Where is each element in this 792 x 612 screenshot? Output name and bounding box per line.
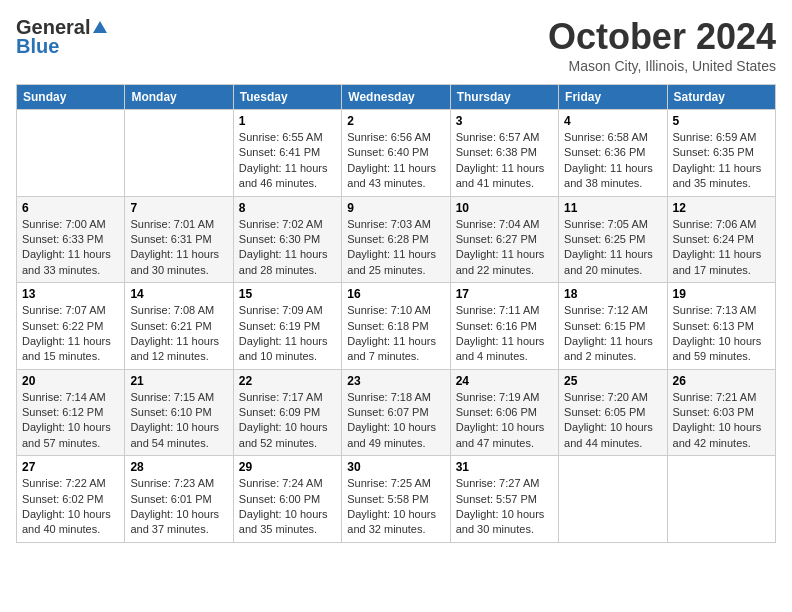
day-number: 29 bbox=[239, 460, 336, 474]
day-info: Sunset: 6:15 PM bbox=[564, 319, 661, 334]
day-number: 6 bbox=[22, 201, 119, 215]
calendar-cell: 2Sunrise: 6:56 AMSunset: 6:40 PMDaylight… bbox=[342, 110, 450, 197]
calendar-cell: 9Sunrise: 7:03 AMSunset: 6:28 PMDaylight… bbox=[342, 196, 450, 283]
day-number: 19 bbox=[673, 287, 770, 301]
day-info: Sunrise: 7:23 AM bbox=[130, 476, 227, 491]
day-info: Daylight: 11 hours and 38 minutes. bbox=[564, 161, 661, 192]
day-number: 24 bbox=[456, 374, 553, 388]
day-info: Sunrise: 7:03 AM bbox=[347, 217, 444, 232]
calendar-cell: 23Sunrise: 7:18 AMSunset: 6:07 PMDayligh… bbox=[342, 369, 450, 456]
day-info: Sunset: 6:30 PM bbox=[239, 232, 336, 247]
day-info: Sunset: 6:01 PM bbox=[130, 492, 227, 507]
day-info: Sunset: 6:22 PM bbox=[22, 319, 119, 334]
day-info: Daylight: 11 hours and 2 minutes. bbox=[564, 334, 661, 365]
day-info: Sunrise: 7:22 AM bbox=[22, 476, 119, 491]
calendar-cell: 22Sunrise: 7:17 AMSunset: 6:09 PMDayligh… bbox=[233, 369, 341, 456]
day-info: Sunset: 6:03 PM bbox=[673, 405, 770, 420]
calendar-cell: 28Sunrise: 7:23 AMSunset: 6:01 PMDayligh… bbox=[125, 456, 233, 543]
day-number: 23 bbox=[347, 374, 444, 388]
calendar-table: Sunday Monday Tuesday Wednesday Thursday… bbox=[16, 84, 776, 543]
calendar-cell bbox=[559, 456, 667, 543]
day-info: Daylight: 11 hours and 46 minutes. bbox=[239, 161, 336, 192]
day-number: 28 bbox=[130, 460, 227, 474]
day-number: 2 bbox=[347, 114, 444, 128]
day-info: Sunrise: 7:24 AM bbox=[239, 476, 336, 491]
day-info: Sunrise: 7:19 AM bbox=[456, 390, 553, 405]
day-info: Daylight: 11 hours and 25 minutes. bbox=[347, 247, 444, 278]
calendar-cell: 11Sunrise: 7:05 AMSunset: 6:25 PMDayligh… bbox=[559, 196, 667, 283]
day-info: Sunrise: 6:59 AM bbox=[673, 130, 770, 145]
day-number: 5 bbox=[673, 114, 770, 128]
day-info: Daylight: 10 hours and 35 minutes. bbox=[239, 507, 336, 538]
day-info: Daylight: 10 hours and 37 minutes. bbox=[130, 507, 227, 538]
day-number: 1 bbox=[239, 114, 336, 128]
calendar-cell: 10Sunrise: 7:04 AMSunset: 6:27 PMDayligh… bbox=[450, 196, 558, 283]
day-number: 7 bbox=[130, 201, 227, 215]
month-title: October 2024 bbox=[548, 16, 776, 58]
calendar-cell: 24Sunrise: 7:19 AMSunset: 6:06 PMDayligh… bbox=[450, 369, 558, 456]
day-number: 25 bbox=[564, 374, 661, 388]
day-info: Daylight: 10 hours and 42 minutes. bbox=[673, 420, 770, 451]
col-saturday: Saturday bbox=[667, 85, 775, 110]
day-info: Daylight: 10 hours and 57 minutes. bbox=[22, 420, 119, 451]
day-info: Sunrise: 7:02 AM bbox=[239, 217, 336, 232]
day-info: Sunrise: 7:25 AM bbox=[347, 476, 444, 491]
day-info: Sunset: 6:18 PM bbox=[347, 319, 444, 334]
day-info: Daylight: 10 hours and 49 minutes. bbox=[347, 420, 444, 451]
day-info: Sunset: 6:36 PM bbox=[564, 145, 661, 160]
calendar-cell: 19Sunrise: 7:13 AMSunset: 6:13 PMDayligh… bbox=[667, 283, 775, 370]
logo-blue: Blue bbox=[16, 35, 59, 58]
day-info: Daylight: 11 hours and 12 minutes. bbox=[130, 334, 227, 365]
col-wednesday: Wednesday bbox=[342, 85, 450, 110]
day-info: Sunrise: 6:58 AM bbox=[564, 130, 661, 145]
day-info: Daylight: 11 hours and 15 minutes. bbox=[22, 334, 119, 365]
calendar-cell: 7Sunrise: 7:01 AMSunset: 6:31 PMDaylight… bbox=[125, 196, 233, 283]
day-info: Daylight: 10 hours and 30 minutes. bbox=[456, 507, 553, 538]
logo: General Blue bbox=[16, 16, 110, 58]
day-info: Sunset: 6:00 PM bbox=[239, 492, 336, 507]
day-info: Sunset: 6:02 PM bbox=[22, 492, 119, 507]
day-info: Sunrise: 7:10 AM bbox=[347, 303, 444, 318]
day-number: 8 bbox=[239, 201, 336, 215]
calendar-cell: 8Sunrise: 7:02 AMSunset: 6:30 PMDaylight… bbox=[233, 196, 341, 283]
day-number: 14 bbox=[130, 287, 227, 301]
day-info: Daylight: 11 hours and 22 minutes. bbox=[456, 247, 553, 278]
calendar-cell: 15Sunrise: 7:09 AMSunset: 6:19 PMDayligh… bbox=[233, 283, 341, 370]
col-sunday: Sunday bbox=[17, 85, 125, 110]
calendar-week-row: 6Sunrise: 7:00 AMSunset: 6:33 PMDaylight… bbox=[17, 196, 776, 283]
calendar-cell: 21Sunrise: 7:15 AMSunset: 6:10 PMDayligh… bbox=[125, 369, 233, 456]
day-info: Sunset: 6:06 PM bbox=[456, 405, 553, 420]
day-number: 20 bbox=[22, 374, 119, 388]
day-info: Sunset: 6:33 PM bbox=[22, 232, 119, 247]
day-info: Sunset: 6:05 PM bbox=[564, 405, 661, 420]
location-subtitle: Mason City, Illinois, United States bbox=[548, 58, 776, 74]
day-info: Daylight: 11 hours and 28 minutes. bbox=[239, 247, 336, 278]
calendar-week-row: 13Sunrise: 7:07 AMSunset: 6:22 PMDayligh… bbox=[17, 283, 776, 370]
calendar-cell: 3Sunrise: 6:57 AMSunset: 6:38 PMDaylight… bbox=[450, 110, 558, 197]
col-friday: Friday bbox=[559, 85, 667, 110]
day-info: Sunrise: 7:01 AM bbox=[130, 217, 227, 232]
col-thursday: Thursday bbox=[450, 85, 558, 110]
day-number: 18 bbox=[564, 287, 661, 301]
calendar-cell: 4Sunrise: 6:58 AMSunset: 6:36 PMDaylight… bbox=[559, 110, 667, 197]
calendar-cell bbox=[667, 456, 775, 543]
day-info: Sunset: 6:35 PM bbox=[673, 145, 770, 160]
day-info: Sunset: 6:12 PM bbox=[22, 405, 119, 420]
calendar-cell: 13Sunrise: 7:07 AMSunset: 6:22 PMDayligh… bbox=[17, 283, 125, 370]
calendar-week-row: 27Sunrise: 7:22 AMSunset: 6:02 PMDayligh… bbox=[17, 456, 776, 543]
calendar-cell: 30Sunrise: 7:25 AMSunset: 5:58 PMDayligh… bbox=[342, 456, 450, 543]
day-info: Sunset: 6:28 PM bbox=[347, 232, 444, 247]
calendar-week-row: 1Sunrise: 6:55 AMSunset: 6:41 PMDaylight… bbox=[17, 110, 776, 197]
day-info: Sunrise: 7:17 AM bbox=[239, 390, 336, 405]
col-tuesday: Tuesday bbox=[233, 85, 341, 110]
day-info: Sunset: 6:31 PM bbox=[130, 232, 227, 247]
day-info: Sunrise: 7:05 AM bbox=[564, 217, 661, 232]
day-info: Sunset: 6:38 PM bbox=[456, 145, 553, 160]
day-info: Daylight: 11 hours and 33 minutes. bbox=[22, 247, 119, 278]
day-info: Daylight: 10 hours and 40 minutes. bbox=[22, 507, 119, 538]
day-number: 13 bbox=[22, 287, 119, 301]
day-info: Daylight: 11 hours and 41 minutes. bbox=[456, 161, 553, 192]
day-info: Sunset: 6:21 PM bbox=[130, 319, 227, 334]
day-info: Sunrise: 7:07 AM bbox=[22, 303, 119, 318]
calendar-cell: 6Sunrise: 7:00 AMSunset: 6:33 PMDaylight… bbox=[17, 196, 125, 283]
